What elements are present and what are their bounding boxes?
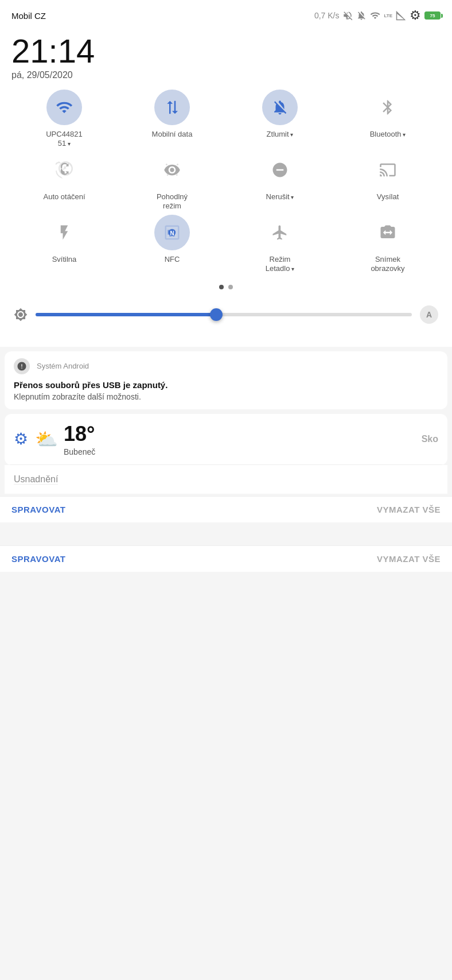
battery-icon: 75 [424,11,441,20]
bottom-bar-1: SPRAVOVAT VYMAZAT VŠE [0,496,452,522]
weather-cloud-icon: ⛅ [35,428,58,450]
mobile-data-label: Mobilní data [152,130,193,139]
weather-panel: ⚙ ⛅ 18° Bubeneč Sko [5,414,447,465]
torch-icon-wrap [46,215,82,250]
accessibility-row[interactable]: Usnadnění [5,465,447,494]
spacer [0,522,452,545]
comfort-icon-wrap [154,152,190,188]
wifi-label: UPC44821 51 [46,130,83,148]
brightness-track [36,313,412,316]
auto-rotate-label: Auto otáčení [44,192,85,202]
tile-screenshot[interactable]: Snímek obrazovky [335,215,441,273]
tile-mobile-data[interactable]: Mobilní data [119,90,225,148]
nfc-icon: N [163,224,181,241]
torch-icon [56,224,73,241]
page-dots [11,279,441,300]
manage-button-2[interactable]: SPRAVOVAT [11,554,66,564]
time-left: 21:14 pá, 29/05/2020 [11,34,95,80]
signal-icon [396,10,406,21]
wifi-tile-icon-wrap [46,90,82,125]
screenshot-icon-wrap [370,215,406,250]
mobile-data-icon [163,99,181,116]
tile-auto-rotate[interactable]: Auto otáčení [11,152,117,210]
dot-2 [228,285,233,289]
battery-level: 75 [430,13,435,18]
silent-label: Ztlumit [267,130,294,139]
notification-title: Přenos souborů přes USB je zapnutý. [14,380,438,390]
tile-silent[interactable]: Ztlumit [227,90,333,148]
bottom-bar-2: SPRAVOVAT VYMAZAT VŠE [0,545,452,572]
weather-more: Sko [422,434,438,444]
tile-comfort[interactable]: Pohodlný režim [119,152,225,210]
weather-temp: 18° [64,422,95,446]
notification-card[interactable]: Systém Android Přenos souborů přes USB j… [5,351,447,409]
notification-header: Systém Android [5,351,447,379]
comfort-icon [163,161,181,179]
airplane-label: Režim Letadlo [266,255,294,273]
auto-brightness-button[interactable]: A [420,305,438,324]
settings-icon[interactable]: ⚙ [410,8,421,23]
svg-text:N: N [170,230,174,237]
silent-icon-wrap [262,90,298,125]
date: pá, 29/05/2020 [11,70,95,80]
clear-all-button-2[interactable]: VYMAZAT VŠE [377,554,441,564]
auto-rotate-icon-wrap [46,152,82,188]
time-block: 21:14 pá, 29/05/2020 [11,29,441,90]
tile-airplane[interactable]: Režim Letadlo [227,215,333,273]
auto-rotate-icon [56,161,73,179]
settings-tile-icon: ⚙ [14,429,28,448]
dnd-label: Nerušit [266,192,294,202]
brightness-low-icon [14,308,28,321]
dnd-icon [271,161,289,179]
tile-dnd[interactable]: Nerušit [227,152,333,210]
manage-button-1[interactable]: SPRAVOVAT [11,505,66,514]
wifi-status-icon [370,10,380,21]
notification-app-name: Systém Android [37,362,89,370]
status-bar: Mobil CZ 0,7 K/s LTE ⚙ 75 [0,0,452,29]
cast-icon [379,161,396,179]
clear-all-button-1[interactable]: VYMAZAT VŠE [377,505,441,514]
notification-body: Přenos souborů přes USB je zapnutý. Klep… [5,379,447,409]
notification-app-icon [14,358,30,374]
tile-wifi[interactable]: UPC44821 51 [11,90,117,148]
notification-text: Klepnutím zobrazíte další možnosti. [14,392,438,401]
clock: 21:14 [11,34,95,68]
nfc-icon-wrap: N [154,215,190,250]
dnd-icon-wrap [262,152,298,188]
screenshot-icon [379,224,396,241]
silent-icon [271,99,289,116]
weather-info: ⛅ 18° Bubeneč [35,422,95,456]
carrier-label: Mobil CZ [11,11,46,21]
muted-icon [342,10,353,21]
weather-row[interactable]: ⚙ ⛅ 18° Bubeneč Sko [5,414,447,465]
bluetooth-icon-wrap [370,90,406,125]
torch-label: Svítilna [52,255,77,264]
wifi-icon [56,99,73,116]
bluetooth-icon [379,99,396,116]
screenshot-label: Snímek obrazovky [371,255,404,273]
weather-city: Bubeneč [64,447,95,456]
status-icons: 0,7 K/s LTE ⚙ 75 [314,8,441,23]
brightness-slider[interactable] [36,313,412,316]
dot-1 [219,285,224,289]
nfc-label: NFC [165,255,180,264]
brightness-thumb[interactable] [210,308,223,321]
quick-settings-panel: 21:14 pá, 29/05/2020 UPC44821 51 Mobilní… [0,29,452,347]
mobile-data-icon-wrap [154,90,190,125]
tiles-grid: UPC44821 51 Mobilní data Ztlumit Bluetoo… [11,90,441,273]
tile-nfc[interactable]: N NFC [119,215,225,273]
net-speed: 0,7 K/s [314,11,340,20]
brightness-fill [36,313,216,316]
bell-muted-icon [356,10,367,21]
airplane-icon-wrap [262,215,298,250]
comfort-label: Pohodlný režim [157,192,188,210]
cast-label: Vysílat [377,192,399,202]
tile-torch[interactable]: Svítilna [11,215,117,273]
tile-bluetooth[interactable]: Bluetooth [335,90,441,148]
bluetooth-label: Bluetooth [370,130,406,139]
tile-cast[interactable]: Vysílat [335,152,441,210]
brightness-row: A [11,300,441,335]
accessibility-label: Usnadnění [14,474,58,485]
airplane-icon [271,224,289,241]
cast-icon-wrap [370,152,406,188]
